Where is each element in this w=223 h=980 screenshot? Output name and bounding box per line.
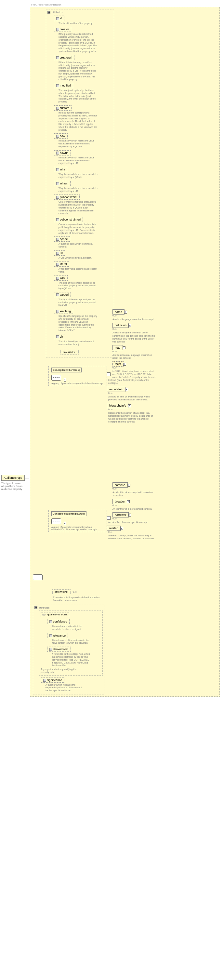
expand-icon[interactable]: +	[123, 347, 125, 349]
attr-icon	[56, 335, 59, 338]
attr-icon	[56, 56, 59, 59]
attr-icon	[56, 151, 59, 154]
sequence-icon	[33, 574, 43, 580]
attr-name: whyuri	[54, 181, 71, 186]
cardinality: 0..∞	[108, 504, 166, 506]
sequence-icon	[51, 519, 61, 524]
cardinality: 0..∞	[108, 488, 166, 490]
cardinality: 0..∞	[108, 367, 166, 369]
attr-desc: If the attribute is empty, specifies whi…	[59, 61, 98, 81]
attr-icon	[49, 620, 52, 623]
expand-icon[interactable]: −	[64, 378, 66, 382]
attr-desc: The date (and, optionally, the time) whe…	[59, 89, 98, 103]
cardinality: 0..∞	[108, 517, 166, 520]
child-sameAs: sameAs+0..∞An identifier of a concept wi…	[107, 482, 166, 497]
attr-icon	[56, 107, 59, 110]
attr-icon	[56, 218, 59, 221]
element-desc: Additional natural language information …	[108, 353, 157, 360]
element-box: definition+	[112, 323, 129, 328]
expand-icon[interactable]: −	[64, 522, 66, 525]
child-narrower: narrower+0..∞An identifier of a more spe…	[107, 512, 166, 523]
sequence-icon	[51, 375, 61, 380]
attr-type: typeThe type of the concept assigned as …	[54, 275, 112, 290]
attr-desc: The local identifier of the property.	[59, 22, 98, 25]
element-box: broader+	[112, 499, 127, 504]
concept-rel-group: ConceptRelationshipsGroup − A group of p…	[48, 510, 107, 532]
attr-name: literal	[54, 261, 69, 267]
attr-name: confidence	[47, 619, 70, 624]
cardinality: 0..∞	[73, 591, 77, 593]
attr-name: modified	[54, 83, 73, 88]
element-box: remoteInfo+	[107, 387, 125, 392]
extension-box: Flex1PropType (extension) ▦ attributes i…	[30, 3, 220, 697]
element-box: sameAs+	[112, 482, 128, 488]
attr-xml:lang: xml:langSpecifies the language of this p…	[54, 309, 112, 332]
attr-desc: Specifies the language of this property …	[59, 315, 98, 332]
expand-icon[interactable]: +	[128, 514, 131, 517]
attributes-header: attributes	[39, 606, 49, 609]
child-facet: facet+0..∞In NAR 1.8 and later, facet is…	[107, 361, 166, 385]
attr-creator: creatorIf the property value is not defi…	[54, 27, 112, 53]
cardinality: 0..∞	[108, 392, 166, 394]
attributes-header: attributes	[52, 11, 62, 14]
element-desc: An identifier of a concept with equivale…	[108, 491, 157, 497]
attr-whyuri: whyuriWhy the metadata has been included…	[54, 181, 112, 193]
cardinality: 0..∞	[108, 315, 166, 317]
expand-icon[interactable]: +	[124, 310, 127, 313]
attr-icon	[56, 135, 59, 138]
attr-name: howuri	[54, 150, 71, 156]
attr-desc: Indicates by which means the value was e…	[59, 156, 98, 165]
attr-name: pubconstraint	[54, 194, 80, 200]
expand-icon[interactable]: +	[120, 527, 123, 530]
expand-icon[interactable]: +	[123, 363, 126, 366]
quantify-desc: A group of attributes quantifying the pr…	[41, 668, 80, 674]
child-remoteInfo: remoteInfo+0..∞A link to an item or a we…	[107, 387, 166, 401]
attr-desc: One or many constraints that apply to pu…	[59, 201, 98, 215]
attr-pubconstrainturi: pubconstrainturiOne or many constraints …	[54, 217, 112, 234]
attr-custom: customIf set to true the corresponding p…	[54, 105, 112, 131]
attr-name: uri	[54, 250, 65, 256]
sequence-icon	[107, 516, 111, 520]
expand-icon[interactable]: +	[128, 324, 131, 327]
attr-name: relevance	[47, 633, 68, 638]
child-definition: definition+0..∞A natural language defini…	[107, 323, 166, 343]
child-related: related+0..∞A related concept, where the…	[107, 526, 166, 540]
attr-icon	[49, 648, 52, 651]
attr-icon	[56, 196, 59, 199]
element-box: related+	[107, 526, 120, 531]
attr-desc: A free-text value assigned as property v…	[59, 268, 98, 274]
grp-label: grp:	[42, 613, 47, 616]
element-desc: An identifier of a more generic concept.	[108, 508, 157, 510]
attr-dir: dirThe directionality of textual content…	[54, 334, 112, 346]
attr-name: derivedfrom	[47, 647, 71, 652]
attr-icon	[56, 84, 59, 87]
attr-desc: The type of the concept assigned as cont…	[59, 298, 98, 307]
grp-name: quantifyAttributes	[47, 613, 68, 616]
expand-icon[interactable]: +	[128, 404, 131, 407]
sequence-icon	[107, 372, 111, 376]
attr-pubconstraint: pubconstraintOne or many constraints tha…	[54, 194, 112, 215]
element-desc: A related concept, where the relationshi…	[108, 534, 157, 540]
attr-qcode: qcodeA qualified code which identifies a…	[54, 237, 112, 248]
attr-desc: The directionality of textual content (e…	[59, 340, 98, 346]
attr-icon	[56, 238, 59, 241]
concept-def-row: ConceptDefinitionGroup − A group of prop…	[46, 366, 217, 386]
attr-icon	[43, 679, 46, 682]
element-desc: In NAR 1.8 and later, facet is deprecate…	[108, 370, 157, 385]
expand-icon[interactable]: +	[125, 388, 128, 391]
expand-icon[interactable]: +	[127, 500, 130, 503]
attr-id: idThe local identifier of the property.	[54, 16, 112, 25]
attr-desc: A qualifier which indicates the expected…	[46, 684, 84, 692]
any-other-element: any ##other	[52, 589, 71, 594]
attr-name: custom	[54, 105, 71, 111]
any-desc: Extension point for provider-defined pro…	[53, 596, 102, 602]
cardinality: 0..∞	[108, 408, 166, 410]
attr-icon	[56, 182, 59, 185]
attr-why: whyWhy the metadata has been included - …	[54, 167, 112, 179]
element-desc: An identifier of a more specific concept…	[108, 521, 157, 523]
root-type-name: AudienceType	[1, 475, 25, 481]
any-other-row: any ##other 0..∞ Extension point for pro…	[46, 587, 217, 602]
attr-typeuri: typeuriThe type of the concept assigned …	[54, 292, 112, 307]
root-type: AudienceType The type to cover all quali…	[1, 475, 25, 490]
expand-icon[interactable]: +	[127, 484, 130, 487]
